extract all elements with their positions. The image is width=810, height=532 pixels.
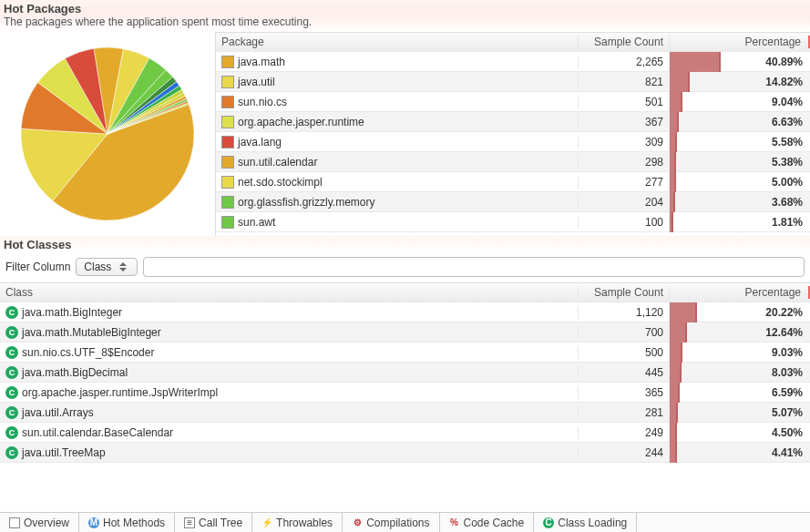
package-name: java.lang (238, 136, 282, 148)
percentage-bar (670, 132, 677, 152)
package-color-swatch (221, 136, 234, 148)
percentage-value: 6.59% (680, 386, 810, 399)
sample-count: 298 (578, 156, 669, 169)
col-header-sample-count[interactable]: Sample Count (578, 36, 669, 48)
col-header-percentage[interactable]: Percentage (669, 36, 810, 48)
tab-compilations[interactable]: ⚙Compilations (343, 513, 439, 532)
sample-count: 309 (578, 136, 669, 148)
percentage-bar (670, 423, 677, 443)
table-row[interactable]: Cjava.math.BigInteger1,12020.22% (0, 302, 810, 322)
table-row[interactable]: sun.nio.cs5019.04% (216, 92, 810, 112)
sample-count: 2,265 (578, 56, 669, 68)
percentage-value: 4.50% (677, 426, 810, 439)
class-name: sun.util.calendar.BaseCalendar (22, 426, 173, 439)
sample-count: 821 (578, 76, 669, 88)
percentage-value: 1.81% (673, 216, 810, 229)
sample-count: 281 (578, 406, 669, 419)
tab-icon: ≡ (184, 517, 195, 528)
packages-table-header[interactable]: Package Sample Count Percentage (216, 32, 810, 52)
table-row[interactable]: java.util82114.82% (216, 72, 810, 92)
percentage-value: 40.89% (721, 56, 810, 68)
tab-call-tree[interactable]: ≡Call Tree (175, 513, 252, 532)
col-header-percentage[interactable]: Percentage (669, 286, 810, 299)
bottom-tabs: OverviewMHot Methods≡Call Tree⚡Throwable… (0, 512, 810, 532)
tab-icon: ⚙ (352, 517, 363, 528)
table-row[interactable]: org.glassfish.grizzly.memory2043.68% (216, 192, 810, 212)
class-name: java.util.TreeMap (22, 446, 106, 459)
percentage-value: 9.03% (682, 346, 810, 359)
package-color-swatch (221, 116, 234, 128)
classes-rows[interactable]: Cjava.math.BigInteger1,12020.22%Cjava.ma… (0, 302, 810, 512)
table-row[interactable]: Cjava.math.MutableBigInteger70012.64% (0, 322, 810, 343)
table-row[interactable]: org.apache.jasper.runtime3676.63% (216, 112, 810, 132)
class-icon: C (5, 346, 18, 359)
percentage-bar (670, 363, 682, 383)
percentage-value: 3.68% (675, 196, 810, 209)
tab-icon: % (449, 517, 460, 528)
filter-label: Filter Column (5, 261, 70, 273)
table-row[interactable]: java.math2,26540.89% (216, 52, 810, 72)
tab-code-cache[interactable]: %Code Cache (440, 513, 535, 532)
sample-count: 277 (578, 176, 669, 189)
tab-throwables[interactable]: ⚡Throwables (252, 513, 343, 532)
tab-hot-methods[interactable]: MHot Methods (79, 513, 175, 532)
package-name: sun.util.calendar (238, 156, 317, 169)
sample-count: 100 (578, 216, 669, 229)
sample-count: 1,120 (578, 306, 669, 319)
table-row[interactable]: Corg.apache.jasper.runtime.JspWriterImpl… (0, 383, 810, 403)
packages-rows[interactable]: java.math2,26540.89%java.util82114.82%su… (216, 52, 810, 236)
class-icon: C (5, 426, 18, 439)
col-header-package[interactable]: Package (216, 36, 578, 48)
sample-count: 249 (578, 426, 669, 439)
sample-count: 500 (578, 346, 669, 359)
filter-input[interactable] (143, 257, 805, 277)
package-color-swatch (221, 76, 234, 88)
class-name: org.apache.jasper.runtime.JspWriterImpl (22, 386, 218, 399)
sample-count: 365 (578, 386, 669, 399)
filter-column-select[interactable]: Class (76, 258, 138, 276)
tab-label: Code Cache (464, 517, 525, 529)
hot-packages-subtitle: The packages where the application spent… (0, 15, 810, 32)
percentage-value: 12.64% (687, 326, 810, 339)
class-icon: C (5, 446, 18, 459)
filter-row: Filter Column Class (0, 251, 810, 282)
table-row[interactable]: Cjava.math.BigDecimal4458.03% (0, 363, 810, 383)
hot-packages-panel: Hot Packages The packages where the appl… (0, 0, 810, 236)
packages-pie-chart (0, 32, 215, 236)
tab-class-loading[interactable]: CClass Loading (534, 513, 637, 532)
percentage-bar (670, 403, 678, 423)
filter-column-value: Class (84, 261, 111, 273)
hot-classes-panel: Hot Classes Filter Column Class Class Sa… (0, 236, 810, 512)
tab-label: Overview (24, 517, 69, 529)
percentage-value: 14.82% (690, 76, 810, 88)
table-row[interactable]: java.lang3095.58% (216, 132, 810, 152)
package-name: org.glassfish.grizzly.memory (238, 196, 374, 209)
percentage-value: 5.58% (677, 136, 810, 148)
classes-table-header[interactable]: Class Sample Count Percentage (0, 282, 810, 302)
table-row[interactable]: sun.awt1001.81% (216, 212, 810, 232)
class-name: sun.nio.cs.UTF_8$Encoder (22, 346, 154, 359)
table-row[interactable]: Csun.util.calendar.BaseCalendar2494.50% (0, 423, 810, 443)
package-color-swatch (221, 156, 234, 169)
class-name: java.math.BigDecimal (22, 366, 128, 379)
col-header-sample-count[interactable]: Sample Count (578, 286, 669, 299)
table-row[interactable]: Cjava.util.TreeMap2444.41% (0, 443, 810, 463)
percentage-bar (670, 72, 690, 92)
packages-table: Package Sample Count Percentage java.mat… (215, 32, 810, 236)
class-icon: C (5, 366, 18, 379)
package-name: java.util (238, 76, 275, 88)
percentage-bar (670, 383, 680, 403)
tab-overview[interactable]: Overview (0, 513, 79, 532)
sample-count: 244 (578, 446, 669, 459)
table-row[interactable]: net.sdo.stockimpl2775.00% (216, 172, 810, 192)
percentage-value: 6.63% (679, 116, 810, 128)
percentage-value: 4.41% (677, 446, 810, 459)
tab-label: Compilations (366, 517, 429, 529)
table-row[interactable]: sun.util.calendar2985.38% (216, 152, 810, 172)
table-row[interactable]: Csun.nio.cs.UTF_8$Encoder5009.03% (0, 343, 810, 363)
percentage-value: 8.03% (682, 366, 810, 379)
package-name: java.math (238, 56, 285, 68)
table-row[interactable]: Cjava.util.Arrays2815.07% (0, 403, 810, 423)
package-name: org.apache.jasper.runtime (238, 116, 364, 128)
col-header-class[interactable]: Class (0, 286, 578, 299)
